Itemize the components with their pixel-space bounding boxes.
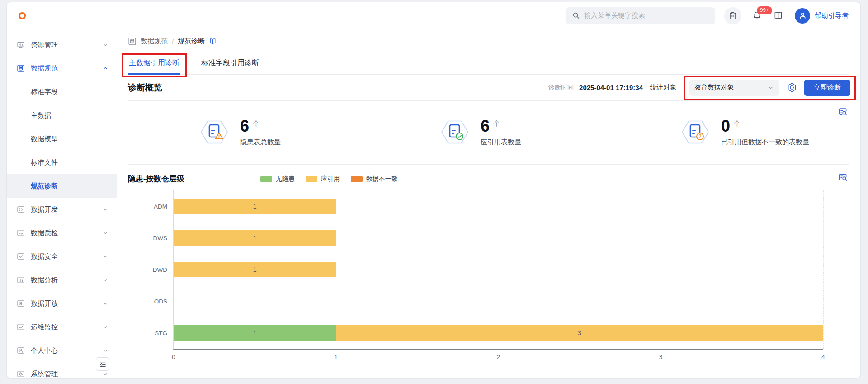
breadcrumb-section[interactable]: 数据规范 <box>141 37 168 46</box>
sidebar-item-icon <box>17 299 25 308</box>
chart-row-ODS: ODS <box>174 285 823 317</box>
bar-DWD: 1 <box>174 262 823 277</box>
notifications-button[interactable]: 99+ <box>752 11 762 20</box>
chart-section: 隐患-按数仓层级 无隐患 应引用 数据不一致 01234ADM1DWS1DWD1… <box>128 165 849 378</box>
bar-segment-应引用: 1 <box>174 230 336 246</box>
legend-label: 无隐患 <box>276 175 295 183</box>
y-axis-label: DWD <box>153 266 167 273</box>
task-clipboard-button[interactable] <box>724 7 741 24</box>
sidebar-subitem-standard-diagnosis[interactable]: 规范诊断 <box>7 174 117 198</box>
stat-card-should-reference: 6 个 应引用表数量 <box>368 117 609 147</box>
chevron-up-icon <box>102 65 108 71</box>
bar-STG: 13 <box>174 325 823 341</box>
sidebar-item-label: 数据安全 <box>31 252 96 261</box>
sidebar-item-label: 数据规范 <box>31 64 96 73</box>
bar-ODS <box>174 294 823 309</box>
x-axis-tick: 3 <box>659 353 663 360</box>
avatar[interactable] <box>795 8 810 24</box>
tab-standard-field-reference-diagnosis[interactable]: 标准字段引用诊断 <box>200 53 260 74</box>
sidebar-item-label: 资源管理 <box>31 41 96 49</box>
chart-row-DWD: DWD1 <box>174 254 823 285</box>
statistic-object-label: 统计对象 <box>650 83 676 92</box>
app-window: 输入菜单关键字搜索 99+ <box>6 2 861 379</box>
sidebar-item-resource-management[interactable]: 资源管理 <box>7 33 117 57</box>
tab-master-data-reference-diagnosis[interactable]: 主数据引用诊断 <box>128 53 180 74</box>
bar-DWS: 1 <box>174 230 823 246</box>
sidebar-item-ops-monitoring[interactable]: 运维监控 <box>7 315 117 339</box>
sidebar-menu: 资源管理 数据规范 标准字段 主数据 数据模型 标准文件 规范诊断 数据开发 数… <box>7 33 117 378</box>
doc-question-icon: ? <box>680 117 710 147</box>
diagnosis-settings-button[interactable] <box>787 82 797 93</box>
username[interactable]: 帮助引导者 <box>815 11 849 20</box>
sidebar-subitem-master-data[interactable]: 主数据 <box>7 104 117 127</box>
layers-icon <box>128 37 137 46</box>
diagnosis-time-label: 诊断时间 <box>548 84 574 92</box>
chart-row-ADM: ADM1 <box>174 190 823 222</box>
diagnose-now-button[interactable]: 立即诊断 <box>804 80 850 96</box>
breadcrumb-separator: / <box>172 38 174 45</box>
chevron-down-icon <box>102 347 108 354</box>
sidebar-item-data-development[interactable]: 数据开发 <box>7 198 117 221</box>
chevron-down-icon <box>768 85 774 91</box>
stat-unit: 个 <box>493 119 500 128</box>
target-icon <box>787 82 797 93</box>
legend-label: 应引用 <box>321 175 340 183</box>
collapse-sidebar-button[interactable] <box>96 357 109 371</box>
table-search-icon[interactable] <box>838 173 848 184</box>
sidebar-item-data-standards[interactable]: 数据规范 <box>7 57 117 80</box>
bar-segment-应引用: 1 <box>174 262 336 277</box>
legend-item-数据不一致[interactable]: 数据不一致 <box>351 175 398 183</box>
stat-value: 6 <box>481 118 490 134</box>
breadcrumb-page: 规范诊断 <box>178 37 205 46</box>
bar-segment-无隐患: 1 <box>174 325 336 341</box>
sidebar-subitem-label: 数据模型 <box>31 135 58 143</box>
chevron-down-icon <box>102 230 108 236</box>
chart-row-STG: STG13 <box>174 317 823 349</box>
bar-segment-应引用: 1 <box>174 199 336 214</box>
breadcrumb: 数据规范 / 规范诊断 <box>128 29 849 51</box>
chevron-down-icon <box>102 253 108 260</box>
doc-check-icon <box>440 117 470 147</box>
x-axis-tick: 0 <box>172 353 175 360</box>
legend-item-无隐患[interactable]: 无隐患 <box>260 175 295 183</box>
main-content: 数据规范 / 规范诊断 主数据引用诊断 标准字段引用诊断 <box>117 29 860 378</box>
x-axis-tick: 4 <box>821 353 825 360</box>
book-icon <box>774 11 783 20</box>
y-axis-label: ADM <box>154 203 167 210</box>
overview-header: 诊断概览 诊断时间 2025-04-01 17:19:34 统计对象 教育数据对… <box>128 75 849 101</box>
sidebar-item-label: 运维监控 <box>31 323 96 332</box>
sidebar-subitem-standard-files[interactable]: 标准文件 <box>7 151 117 174</box>
sidebar-subitem-label: 标准文件 <box>31 158 58 167</box>
gridline <box>823 190 824 349</box>
diagnosis-time-value: 2025-04-01 17:19:34 <box>579 84 643 91</box>
sidebar-item-data-quality[interactable]: 数据质检 <box>7 221 117 245</box>
sidebar-subitem-label: 主数据 <box>31 111 51 120</box>
search-placeholder: 输入菜单关键字搜索 <box>584 11 645 20</box>
doc-help-icon[interactable] <box>209 38 217 45</box>
legend-item-应引用[interactable]: 应引用 <box>306 175 340 183</box>
stat-unit: 个 <box>734 119 741 128</box>
search-input[interactable]: 输入菜单关键字搜索 <box>566 7 715 24</box>
stat-label: 隐患表总数量 <box>240 138 281 147</box>
bar-chart: 01234ADM1DWS1DWD1ODSSTG13 <box>128 190 849 370</box>
sidebar-item-label: 数据分析 <box>31 276 96 284</box>
sidebar-item-data-open[interactable]: 数据开放 <box>7 292 117 315</box>
stat-label: 应引用表数量 <box>481 138 521 147</box>
chart-row-DWS: DWS1 <box>174 222 823 254</box>
sidebar-item-data-analysis[interactable]: 数据分析 <box>7 268 117 292</box>
sidebar-item-data-security[interactable]: 数据安全 <box>7 245 117 268</box>
sidebar-item-icon <box>17 64 25 72</box>
sidebar-item-icon <box>17 370 25 378</box>
statistic-object-select[interactable]: 教育数据对象 <box>689 80 779 96</box>
legend-swatch <box>306 176 317 182</box>
help-book-button[interactable] <box>774 11 783 20</box>
sidebar-subitem-data-models[interactable]: 数据模型 <box>7 127 117 151</box>
sidebar: 资源管理 数据规范 标准字段 主数据 数据模型 标准文件 规范诊断 数据开发 数… <box>7 29 117 378</box>
statistic-object-selected-value: 教育数据对象 <box>694 83 768 92</box>
legend-swatch <box>260 176 272 182</box>
table-search-icon[interactable] <box>838 107 848 119</box>
stat-label: 已引用但数据不一致的表数量 <box>721 138 809 147</box>
chevron-down-icon <box>102 324 108 330</box>
sidebar-subitem-standard-fields[interactable]: 标准字段 <box>7 80 117 104</box>
stat-card-referenced-inconsistent: ? 0 个 已引用但数据不一致的表数量 <box>609 117 849 147</box>
